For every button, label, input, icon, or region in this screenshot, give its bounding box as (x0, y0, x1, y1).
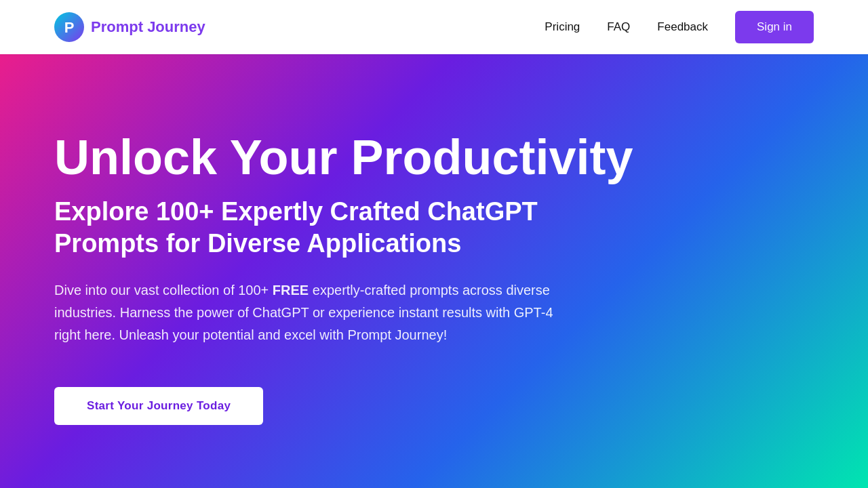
logo: P Prompt Journey (54, 12, 205, 42)
hero-description-bold: FREE (273, 283, 309, 298)
nav-links: Pricing FAQ Feedback Sign in (545, 11, 814, 43)
hero-section: Unlock Your Productivity Explore 100+ Ex… (0, 54, 868, 488)
faq-link[interactable]: FAQ (607, 20, 630, 34)
hero-description: Dive into our vast collection of 100+ FR… (54, 279, 570, 346)
cta-button[interactable]: Start Your Journey Today (54, 387, 263, 425)
logo-text-bold: Prompt (91, 18, 147, 35)
hero-description-prefix: Dive into our vast collection of 100+ (54, 283, 273, 298)
logo-text: Prompt Journey (91, 18, 205, 36)
svg-text:P: P (64, 19, 75, 36)
pricing-link[interactable]: Pricing (545, 20, 580, 34)
logo-icon: P (54, 12, 84, 42)
navbar: P Prompt Journey Pricing FAQ Feedback Si… (0, 0, 868, 54)
signin-button[interactable]: Sign in (735, 11, 814, 43)
hero-title: Unlock Your Productivity (54, 131, 633, 184)
feedback-link[interactable]: Feedback (657, 20, 708, 34)
logo-text-colored: Journey (147, 18, 205, 35)
hero-subtitle: Explore 100+ Expertly Crafted ChatGPT Pr… (54, 196, 637, 260)
